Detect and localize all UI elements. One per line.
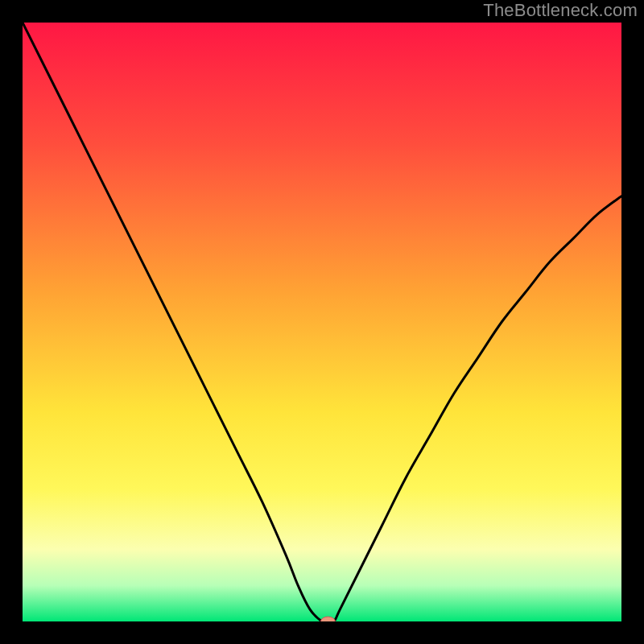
plot-area	[23, 23, 621, 621]
gradient-background	[23, 23, 621, 621]
watermark-text: TheBottleneck.com	[483, 2, 638, 19]
chart-stage: TheBottleneck.com	[0, 0, 644, 644]
plot-svg	[23, 23, 621, 621]
